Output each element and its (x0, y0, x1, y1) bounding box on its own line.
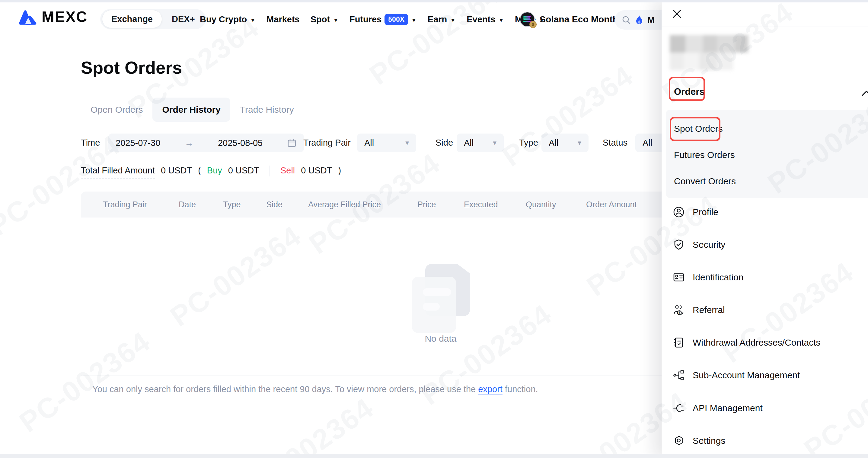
col-date: Date (179, 200, 196, 209)
drawer-item-profile[interactable]: Profile (673, 206, 718, 218)
paren-close: ) (338, 166, 341, 175)
toggle-dex[interactable]: DEX+ (163, 10, 204, 28)
nav-item-events[interactable]: Events ▼ (467, 15, 504, 25)
order-tabs: Open Orders Order History Trade History (81, 97, 304, 122)
col-side: Side (266, 200, 282, 209)
side-filter-label: Side (435, 138, 453, 148)
viewport-bottom-edge (0, 454, 868, 458)
table-footer-note: You can only search for orders filled wi… (92, 384, 538, 394)
type-select[interactable]: All ▼ (541, 134, 589, 152)
col-quantity: Quantity (526, 200, 556, 209)
calendar-icon (287, 138, 297, 148)
tab-order-history[interactable]: Order History (152, 97, 230, 122)
mexc-logo-icon (18, 8, 37, 26)
trading-pair-filter-label: Trading Pair (303, 138, 351, 148)
viewport-top-edge (0, 0, 868, 2)
chevron-up-icon[interactable] (861, 89, 868, 97)
futures-leverage-badge: 500X (384, 14, 408, 25)
side-select[interactable]: All ▼ (457, 134, 504, 152)
tab-trade-history[interactable]: Trade History (230, 97, 304, 122)
settings-icon (673, 435, 685, 447)
nav-menu: Buy Crypto ▼ Markets Spot ▼ Futures 500X… (200, 2, 545, 36)
sub-account-icon (673, 369, 685, 381)
col-average-filled-price: Average Filled Price (308, 200, 381, 209)
paren-open: ( (198, 166, 201, 175)
api-icon (673, 402, 685, 414)
buy-value: 0 USDT (228, 166, 259, 175)
close-icon[interactable] (670, 7, 684, 21)
blurred-account-name (670, 35, 748, 71)
solana-eco-month-link[interactable]: $ Solana Eco Month (520, 2, 618, 36)
withdrawal-addresses-icon (673, 337, 685, 349)
trading-pair-select[interactable]: All ▼ (357, 134, 416, 152)
no-data-icon (412, 264, 469, 327)
mexc-spot-orders-page: MEXC Exchange DEX+ Buy Crypto ▼ Markets … (0, 0, 868, 458)
date-range-arrow-icon: → (185, 138, 193, 148)
page-title: Spot Orders (81, 57, 182, 78)
nav-item-buy-crypto[interactable]: Buy Crypto ▼ (200, 15, 256, 25)
tab-open-orders[interactable]: Open Orders (81, 97, 152, 122)
chevron-down-icon: ▼ (450, 17, 456, 23)
drawer-item-settings[interactable]: Settings (673, 435, 725, 447)
mexc-logo[interactable]: MEXC (18, 8, 88, 26)
drawer-item-sub-account[interactable]: Sub-Account Management (673, 369, 800, 381)
col-order-amount: Order Amount (586, 200, 637, 209)
date-from-value: 2025-07-30 (116, 138, 160, 148)
sell-label: Sell (280, 166, 295, 175)
security-icon (673, 239, 685, 251)
mexc-wordmark: MEXC (42, 8, 88, 26)
solana-coin-icon: $ (520, 12, 535, 27)
drawer-item-api-management[interactable]: API Management (673, 402, 763, 414)
identification-icon (673, 271, 685, 283)
nav-item-spot[interactable]: Spot ▼ (311, 15, 339, 25)
drawer-item-withdrawal-addresses[interactable]: Withdrawal Addresses/Contacts (673, 337, 820, 349)
promo-label: Solana Eco Month (539, 14, 618, 25)
chevron-down-icon: ▼ (404, 140, 410, 146)
search-hot-token-text: M (647, 15, 655, 25)
drawer-item-security[interactable]: Security (673, 239, 725, 251)
toggle-exchange[interactable]: Exchange (102, 10, 162, 28)
drawer-header-divider (662, 27, 868, 27)
profile-icon (673, 206, 685, 218)
sell-value: 0 USDT (301, 166, 332, 175)
drawer-item-identification[interactable]: Identification (673, 271, 743, 283)
total-filled-amount-value: 0 USDT (161, 166, 192, 175)
exchange-dex-toggle: Exchange DEX+ (100, 9, 206, 29)
chevron-down-icon: ▼ (333, 17, 339, 23)
search-icon (621, 15, 631, 25)
nav-item-futures[interactable]: Futures 500X ▼ (349, 14, 417, 25)
buy-label: Buy (207, 166, 222, 175)
chevron-down-icon: ▼ (411, 17, 417, 23)
col-type: Type (223, 200, 241, 209)
date-to-value: 2025-08-05 (218, 138, 262, 148)
nav-item-earn[interactable]: Earn ▼ (428, 15, 456, 25)
hot-flame-icon (635, 15, 643, 25)
status-filter-label: Status (603, 138, 627, 148)
date-range-picker[interactable]: 2025-07-30 → 2025-08-05 (108, 134, 304, 152)
submenu-futures-orders[interactable]: Futures Orders (674, 150, 735, 160)
export-link[interactable]: export (478, 384, 502, 394)
col-price: Price (417, 200, 436, 209)
total-filled-amount-label[interactable]: Total Filled Amount (81, 166, 155, 179)
svg-text:$: $ (679, 311, 680, 315)
referral-icon: $ (673, 304, 685, 316)
drawer-item-referral[interactable]: $ Referral (673, 304, 725, 316)
chevron-down-icon: ▼ (492, 140, 498, 146)
chevron-down-icon: ▼ (250, 17, 256, 23)
time-filter-label: Time (81, 138, 100, 148)
chevron-down-icon: ▼ (577, 140, 583, 146)
nav-item-markets[interactable]: Markets (267, 15, 300, 25)
chevron-down-icon: ▼ (498, 17, 504, 23)
submenu-convert-orders[interactable]: Convert Orders (674, 176, 736, 187)
type-filter-label: Type (519, 138, 538, 148)
annotation-box-spot-orders (670, 117, 720, 141)
col-trading-pair: Trading Pair (103, 200, 147, 209)
col-executed: Executed (464, 200, 498, 209)
watermark-text: PC-002364 (496, 59, 639, 173)
total-filled-amount-row: Total Filled Amount 0 USDT ( Buy 0 USDT … (81, 166, 341, 179)
buy-sell-divider (270, 166, 270, 176)
account-drawer: Orders Spot Orders Futures Orders Conver… (661, 0, 868, 458)
annotation-box-orders (669, 77, 705, 101)
